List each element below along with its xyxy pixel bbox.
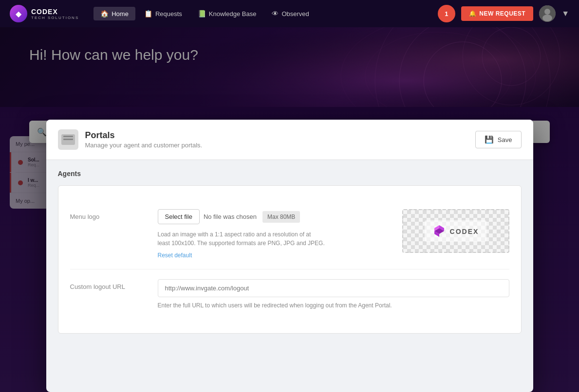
- new-request-label: NEW REQUEST: [479, 10, 525, 17]
- logo-text: CODEX TECH SOLUTIONS: [31, 8, 79, 20]
- observed-icon: 👁: [272, 10, 279, 18]
- nav-item-knowledge-base[interactable]: 📗 Knowledge Base: [191, 7, 263, 20]
- navbar: CODEX TECH SOLUTIONS 🏠 Home 📋 Requests 📗…: [0, 0, 579, 27]
- save-label: Save: [498, 136, 512, 143]
- menu-logo-row: Menu logo Select file No file was chosen…: [70, 199, 509, 269]
- svg-point-2: [542, 15, 552, 21]
- requests-icon: 📋: [144, 10, 152, 18]
- app-name: CODEX: [31, 8, 79, 16]
- modal: Portals Manage your agent and customer p…: [46, 120, 533, 392]
- custom-logout-label: Custom logout URL: [70, 279, 158, 290]
- knowledge-base-icon: 📗: [198, 10, 206, 18]
- modal-title-area: Portals Manage your agent and customer p…: [85, 130, 203, 149]
- nav-label-knowledge-base: Knowledge Base: [209, 10, 257, 18]
- notification-count: 1: [445, 10, 448, 18]
- notification-button[interactable]: 1: [438, 5, 455, 22]
- nav-right: 1 🔔 NEW REQUEST ▼: [438, 5, 569, 22]
- file-max-size: Max 80MB: [262, 211, 300, 223]
- save-button[interactable]: 💾 Save: [475, 131, 522, 148]
- modal-title: Portals: [85, 130, 203, 141]
- svg-point-1: [544, 9, 550, 15]
- main-area: Hi! How can we help you? 🔍 My pe... Sol.…: [0, 27, 579, 392]
- modal-header-left: Portals Manage your agent and customer p…: [58, 129, 203, 150]
- logo-preview: CODEX: [402, 209, 509, 253]
- file-input-row: Select file No file was chosen Max 80MB: [158, 209, 394, 224]
- modal-header: Portals Manage your agent and customer p…: [46, 120, 533, 160]
- file-hint: Load an image with a 1:1 aspect ratio an…: [158, 230, 394, 248]
- logout-url-input[interactable]: [158, 279, 509, 297]
- reset-default-link[interactable]: Reset default: [158, 252, 192, 259]
- custom-logout-content: Enter the full URL to which users will b…: [158, 279, 509, 310]
- logo[interactable]: CODEX TECH SOLUTIONS: [10, 5, 79, 22]
- logo-preview-text: CODEX: [450, 226, 479, 236]
- form-card: Menu logo Select file No file was chosen…: [58, 185, 522, 334]
- new-request-button[interactable]: 🔔 NEW REQUEST: [461, 6, 533, 21]
- nav-items: 🏠 Home 📋 Requests 📗 Knowledge Base 👁 Obs…: [93, 7, 316, 20]
- avatar-image: [539, 5, 556, 22]
- agents-section-title: Agents: [58, 170, 522, 178]
- file-select-button[interactable]: Select file: [158, 209, 200, 224]
- nav-item-observed[interactable]: 👁 Observed: [265, 7, 316, 20]
- user-avatar[interactable]: [539, 5, 556, 22]
- custom-logout-row: Custom logout URL Enter the full URL to …: [70, 269, 509, 320]
- nav-label-requests: Requests: [155, 10, 182, 18]
- logo-preview-mark: [432, 224, 446, 238]
- user-dropdown-icon[interactable]: ▼: [561, 9, 569, 18]
- menu-logo-label: Menu logo: [70, 209, 158, 220]
- logout-hint: Enter the full URL to which users will b…: [158, 301, 509, 310]
- modal-subtitle: Manage your agent and customer portals.: [85, 142, 203, 149]
- menu-logo-content: Select file No file was chosen Max 80MB …: [158, 209, 509, 259]
- nav-item-requests[interactable]: 📋 Requests: [137, 7, 189, 20]
- nav-item-home[interactable]: 🏠 Home: [93, 7, 135, 20]
- app-subtitle: TECH SOLUTIONS: [31, 16, 79, 20]
- portal-icon-inner: [61, 134, 75, 145]
- logo-preview-content: CODEX: [425, 220, 487, 242]
- nav-label-home: Home: [112, 10, 129, 18]
- nav-label-observed: Observed: [281, 10, 309, 18]
- modal-overlay: Portals Manage your agent and customer p…: [0, 27, 579, 392]
- home-icon: 🏠: [100, 10, 109, 18]
- save-icon: 💾: [485, 135, 494, 144]
- portal-icon: [58, 129, 78, 150]
- modal-body: Agents Menu logo Select file No file was…: [46, 160, 533, 343]
- file-no-chosen: No file was chosen: [204, 213, 257, 220]
- logo-icon: [10, 5, 27, 22]
- new-request-icon: 🔔: [469, 10, 477, 17]
